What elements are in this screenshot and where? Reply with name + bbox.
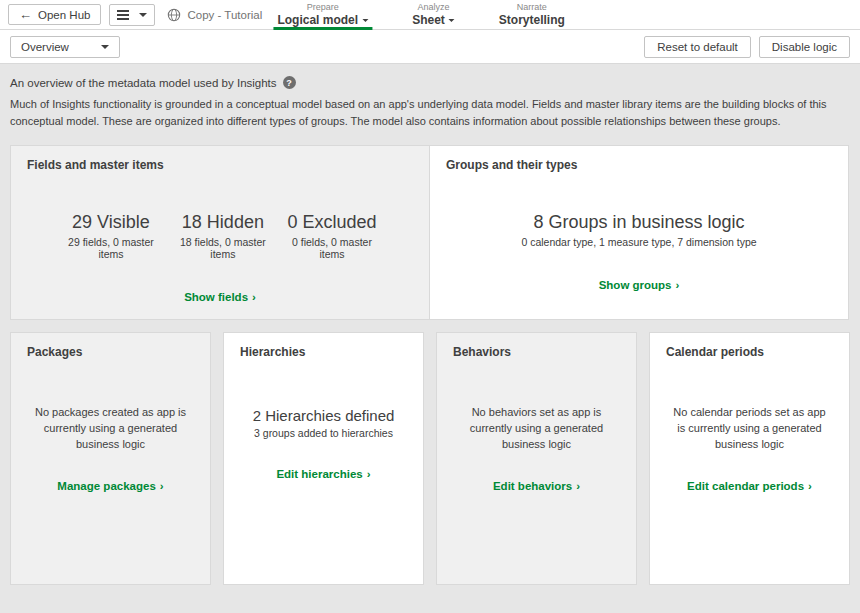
hidden-fields-stat: 18 Hidden 18 fields, 0 master items [167, 212, 279, 260]
groups-stat: 8 Groups in business logic 0 calendar ty… [446, 212, 832, 248]
overview-content: An overview of the metadata model used b… [0, 64, 860, 585]
show-fields-link[interactable]: Show fields› [184, 291, 256, 303]
hierarchies-value: 2 Hierarchies defined [240, 407, 407, 424]
help-icon[interactable]: ? [283, 76, 296, 89]
chevron-right-icon: › [252, 291, 256, 303]
groups-and-types-card: Groups and their types 8 Groups in busin… [429, 145, 849, 320]
nav-analyze-sheet[interactable]: Analyze Sheet [408, 0, 459, 30]
visible-fields-stat: 29 Visible 29 fields, 0 master items [55, 212, 167, 260]
chevron-right-icon: › [160, 480, 164, 492]
chevron-right-icon: › [576, 480, 580, 492]
intro-description: Much of Insights functionality is ground… [10, 96, 846, 130]
hierarchies-detail: 3 groups added to hierarchies [240, 427, 407, 439]
card-title: Calendar periods [666, 345, 833, 359]
chevron-right-icon: › [808, 480, 812, 492]
chevron-down-icon [139, 13, 147, 17]
card-title: Behaviors [453, 345, 620, 359]
hamburger-icon [117, 8, 129, 22]
manage-packages-link[interactable]: Manage packages› [57, 480, 163, 492]
chevron-right-icon: › [676, 279, 680, 291]
chevron-right-icon: › [367, 468, 371, 480]
app-title: Copy - Tutorial [187, 9, 262, 21]
reset-to-default-button[interactable]: Reset to default [644, 36, 751, 58]
packages-message: No packages created as app is currently … [33, 405, 188, 453]
chevron-down-icon [362, 19, 368, 22]
excluded-fields-stat: 0 Excluded 0 fields, 0 master items [279, 212, 385, 260]
fields-and-master-items-card: Fields and master items 29 Visible 29 fi… [10, 145, 430, 320]
nav-narrate-storytelling[interactable]: Narrate Storytelling [495, 0, 569, 30]
card-title: Fields and master items [27, 158, 413, 172]
card-title: Hierarchies [240, 345, 407, 359]
edit-calendar-periods-link[interactable]: Edit calendar periods› [687, 480, 812, 492]
chevron-down-icon [449, 19, 455, 22]
packages-card: Packages No packages created as app is c… [10, 332, 211, 585]
open-hub-button[interactable]: ← Open Hub [8, 4, 101, 25]
show-groups-link[interactable]: Show groups› [599, 279, 680, 291]
app-menu-button[interactable] [109, 4, 155, 26]
calendar-periods-card: Calendar periods No calendar periods set… [649, 332, 850, 585]
view-selector-dropdown[interactable]: Overview [10, 36, 120, 58]
intro-section: An overview of the metadata model used b… [10, 64, 850, 130]
open-hub-label: Open Hub [38, 9, 90, 21]
calendar-message: No calendar periods set as app is curren… [672, 405, 827, 453]
main-nav: Prepare Logical model Analyze Sheet Narr… [273, 0, 568, 30]
arrow-left-icon: ← [19, 8, 32, 21]
chevron-down-icon [101, 45, 109, 49]
app-info: Copy - Tutorial [167, 8, 262, 22]
disable-logic-button[interactable]: Disable logic [759, 36, 850, 58]
card-title: Packages [27, 345, 194, 359]
card-title: Groups and their types [446, 158, 832, 172]
intro-title: An overview of the metadata model used b… [10, 77, 277, 89]
toolbar: Overview Reset to default Disable logic [0, 30, 860, 64]
globe-icon [167, 8, 181, 22]
nav-prepare-logical-model[interactable]: Prepare Logical model [273, 0, 372, 30]
behaviors-card: Behaviors No behaviors set as app is cur… [436, 332, 637, 585]
edit-behaviors-link[interactable]: Edit behaviors› [493, 480, 580, 492]
edit-hierarchies-link[interactable]: Edit hierarchies› [276, 468, 370, 480]
top-bar: ← Open Hub Copy - Tutorial Prepare Logic… [0, 0, 860, 30]
behaviors-message: No behaviors set as app is currently usi… [459, 405, 614, 453]
hierarchies-card: Hierarchies 2 Hierarchies defined 3 grou… [223, 332, 424, 585]
